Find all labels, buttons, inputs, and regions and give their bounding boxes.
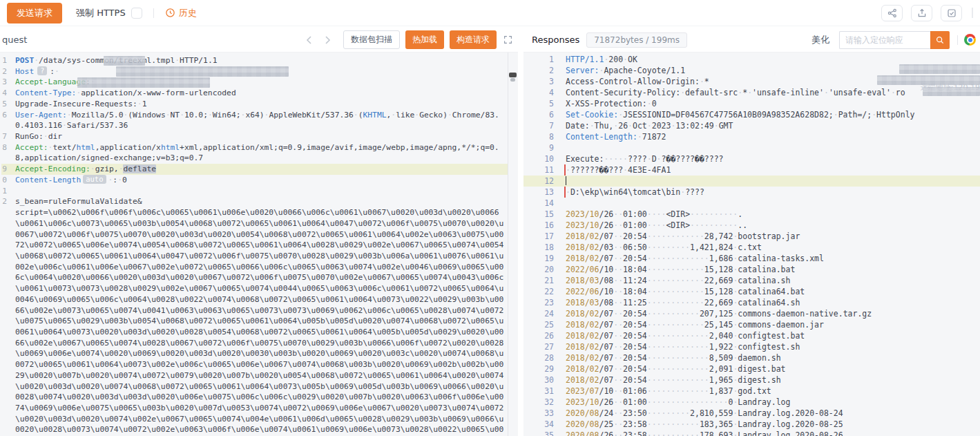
code-line[interactable]: 11·??????��???·4E3E-4FA1 bbox=[523, 164, 980, 176]
code-line[interactable]: 202022/06/10··18:04············15,128·ca… bbox=[523, 264, 980, 275]
code-line[interactable]: 6User-Agent:·Mozilla/5.0·(Windows·NT·10.… bbox=[1, 110, 508, 131]
history-label: 历史 bbox=[179, 7, 197, 19]
top-toolbar: 发送请求 强制 HTTPS 历史 bbox=[0, 0, 980, 26]
code-line[interactable]: 342020/08/25··23:58···········183,365·La… bbox=[523, 419, 980, 430]
fullscreen-button[interactable] bbox=[503, 35, 512, 44]
line-number: 33 bbox=[523, 408, 554, 419]
share-button[interactable] bbox=[881, 5, 903, 21]
code-line[interactable]: 9Accept-Encoding:·gzip,·deflate bbox=[1, 164, 508, 175]
code-line[interactable]: 172018/02/07··20:54············28,742·bo… bbox=[523, 231, 980, 242]
auto-length-badge: auto bbox=[83, 175, 106, 184]
clock-icon bbox=[165, 8, 175, 18]
line-number: 28 bbox=[523, 352, 554, 363]
line-number: 10 bbox=[523, 153, 554, 164]
code-line[interactable]: 14 bbox=[523, 198, 980, 209]
code-line[interactable]: 272018/02/07··20:54·············1,922·co… bbox=[523, 341, 980, 352]
response-panel-header: Responses 71872bytes / 199ms 美化 bbox=[523, 28, 980, 53]
code-line[interactable]: 332020/08/24··23:50·········2,810,559·La… bbox=[523, 408, 980, 419]
code-line[interactable]: 262018/02/07··20:54·············2,040·co… bbox=[523, 330, 980, 341]
line-number: 1 bbox=[1, 186, 7, 197]
line-number: 30 bbox=[523, 375, 554, 386]
code-line[interactable]: 4Content-Type:·application/x-www-form-ur… bbox=[1, 88, 508, 99]
code-line[interactable]: 302018/02/07··20:54·············1,965·di… bbox=[523, 375, 980, 386]
request-panel-title: quest bbox=[2, 35, 27, 45]
line-number: 9 bbox=[1, 164, 7, 175]
request-editor[interactable]: 1POST·/data/sys-common/treexml.tmpl·HTTP… bbox=[0, 53, 508, 436]
send-request-button[interactable]: 发送请求 bbox=[7, 3, 62, 23]
export-button[interactable] bbox=[911, 5, 932, 21]
code-line[interactable]: 5X-XSS-Protection:·0 bbox=[523, 98, 980, 109]
line-number: 23 bbox=[523, 297, 554, 308]
line-number: 2 bbox=[1, 66, 7, 77]
search-button[interactable] bbox=[930, 31, 950, 49]
line-number: 32 bbox=[523, 397, 554, 408]
code-line[interactable]: 6Set-Cookie:·JSESSIONID=DF04567C47756A10… bbox=[523, 109, 980, 120]
line-number: 8 bbox=[523, 131, 554, 142]
code-line[interactable]: 1POST·/data/sys-common/treexml.tmpl·HTTP… bbox=[1, 55, 508, 66]
line-number: 1 bbox=[1, 55, 7, 66]
code-line[interactable]: 252018/02/07··20:54············25,145·co… bbox=[523, 319, 980, 330]
code-line[interactable]: 282018/02/07··20:54·············8,509·da… bbox=[523, 352, 980, 363]
code-line[interactable]: 352020/08/26··23:58···········178,693·La… bbox=[523, 430, 980, 436]
request-scrollbar-thumb[interactable] bbox=[509, 73, 517, 77]
locate-response-input[interactable] bbox=[839, 31, 930, 49]
code-line[interactable]: 242018/02/07··20:54···········207,125·co… bbox=[523, 308, 980, 319]
response-viewer[interactable]: 1HTTP/1.1·200·OK2Server:·Apache-Coyote/1… bbox=[523, 53, 980, 436]
packet-scan-button[interactable]: 数据包扫描 bbox=[343, 30, 400, 49]
code-line[interactable]: 4Content-Security-Policy:·default-src·*·… bbox=[523, 87, 980, 98]
code-line[interactable]: 1HTTP/1.1·200·OK bbox=[523, 54, 980, 65]
request-panel-header: quest 数据包扫描 热加载 构造请求 bbox=[0, 28, 518, 53]
response-meta-badge: 71872bytes / 199ms bbox=[586, 32, 687, 48]
code-line[interactable]: 152023/10/26··01:00····<DIR>··········. bbox=[523, 209, 980, 220]
line-number: 9 bbox=[523, 142, 554, 153]
code-line[interactable]: 7Date:·Thu,·26·Oct·2023·13:02:49·GMT bbox=[523, 120, 980, 131]
build-request-button[interactable]: 构造请求 bbox=[450, 30, 497, 49]
code-line[interactable]: 12 bbox=[523, 176, 980, 187]
code-line[interactable]: 182018/02/03··06:50·········1,421,824·c.… bbox=[523, 242, 980, 253]
line-number: 25 bbox=[523, 319, 554, 330]
code-line[interactable]: 2s_bean=ruleFormulaValidate& script=\u00… bbox=[1, 196, 508, 436]
censor-mosaic bbox=[104, 56, 145, 66]
code-line[interactable]: 1 bbox=[1, 186, 508, 197]
history-button[interactable]: 历史 bbox=[165, 7, 197, 19]
code-line[interactable]: 222022/06/10··18:04············15,128·ca… bbox=[523, 286, 980, 297]
code-line[interactable]: 162023/10/26··01:00····<DIR>··········.. bbox=[523, 220, 980, 231]
response-panel: Responses 71872bytes / 199ms 美化 1HTTP/1.… bbox=[523, 28, 980, 436]
line-number: 0 bbox=[1, 175, 7, 186]
responses-tab[interactable]: Responses bbox=[532, 35, 579, 45]
code-line[interactable]: 232018/03/08··11:25············22,669·ca… bbox=[523, 297, 980, 308]
code-line[interactable]: 5Upgrade-Insecure-Requests:·1 bbox=[1, 99, 508, 110]
code-line[interactable]: 212018/03/08··11:24············22,669·ca… bbox=[523, 275, 980, 286]
line-number: 16 bbox=[523, 220, 554, 231]
code-line[interactable]: 8Accept:·text/html,application/xhtml+xml… bbox=[1, 142, 508, 164]
beautify-button[interactable]: 美化 bbox=[807, 31, 834, 49]
line-number: 17 bbox=[523, 231, 554, 242]
line-number: 3 bbox=[523, 76, 554, 87]
code-line[interactable]: 312023/07/10··01:06·············1,837·go… bbox=[523, 386, 980, 397]
code-line[interactable]: 322023/10/26··01:00·················0·La… bbox=[523, 397, 980, 408]
code-line[interactable]: 192018/02/07··20:54·············1,686·ca… bbox=[523, 253, 980, 264]
prev-request-button[interactable] bbox=[305, 35, 314, 45]
record-check-button[interactable] bbox=[941, 5, 962, 21]
next-request-button[interactable] bbox=[323, 35, 332, 45]
code-line[interactable]: 7RunGo:·dir bbox=[1, 131, 508, 142]
hot-reload-button[interactable]: 热加载 bbox=[405, 30, 444, 49]
chrome-icon[interactable] bbox=[964, 34, 976, 46]
code-line[interactable]: 292018/02/07··20:54·············2,091·di… bbox=[523, 363, 980, 375]
censor-mosaic bbox=[899, 64, 980, 74]
code-line[interactable]: 10Execute:·····????·D·?��????��???? bbox=[523, 153, 980, 164]
line-number: 22 bbox=[523, 286, 554, 297]
code-line[interactable]: 13·D:\ekp\win64\tomcat\bin·???? bbox=[523, 187, 980, 198]
host-hint-badge: ? bbox=[37, 66, 47, 75]
censor-mosaic bbox=[877, 75, 980, 85]
line-number: 5 bbox=[523, 98, 554, 109]
code-line[interactable]: 8Content-Length:·71872 bbox=[523, 131, 980, 142]
force-https-checkbox[interactable] bbox=[131, 8, 142, 19]
export-icon bbox=[916, 8, 928, 19]
header-divider bbox=[957, 35, 958, 45]
code-line[interactable]: 9 bbox=[523, 142, 980, 153]
line-number: 31 bbox=[523, 386, 554, 397]
code-line[interactable]: 0Content-Lengthauto·:·0 bbox=[1, 175, 508, 186]
toolbar-edge-divider bbox=[972, 8, 973, 18]
chevron-left-icon bbox=[305, 35, 314, 45]
